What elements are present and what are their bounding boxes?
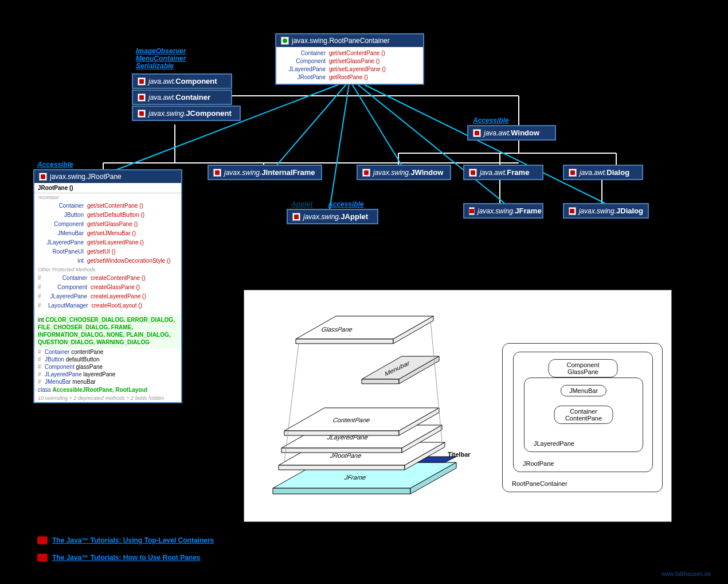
class-icon <box>569 169 577 177</box>
svg-line-15 <box>330 80 350 209</box>
nested-jlayeredpane: JLayeredPane JMenuBar Container ContentP… <box>524 377 643 452</box>
nested-jrootpane: JRootPane Component GlassPane JLayeredPa… <box>513 352 653 472</box>
label-glasspane: GlassPane <box>321 326 353 333</box>
class-dialog: java.awt.Dialog <box>563 165 643 180</box>
stereotype-component-interfaces: ImageObserver MenuContainer Serializable <box>136 48 186 71</box>
interface-icon <box>281 37 289 45</box>
stereotype-accessible-japplet: Accessible <box>328 200 364 208</box>
class-jinternalframe: javax.swing.JInternalFrame <box>208 165 322 180</box>
pkg-label: javax.swing. <box>292 37 329 45</box>
class-jwindow: javax.swing.JWindow <box>357 165 451 180</box>
class-icon <box>469 207 475 215</box>
class-jcomponent: javax.swing.JComponent <box>132 106 241 121</box>
interface-rootpanecontainer: javax.swing.RootPaneContainer Containerg… <box>275 33 424 85</box>
class-icon <box>138 94 146 102</box>
svg-line-16 <box>350 80 401 165</box>
class-icon <box>569 207 576 215</box>
nested-rootpanecontainer: RootPaneContainer JRootPane Component Gl… <box>502 343 663 492</box>
class-container: java.awt.Container <box>132 89 232 105</box>
svg-marker-33 <box>362 379 399 384</box>
svg-line-18 <box>355 80 605 203</box>
interface-body: Containerget/setContentPane () Component… <box>276 47 423 84</box>
illustration-panel: GlassPane Menubar ContentPane JLayeredPa… <box>244 290 672 522</box>
bullet-icon <box>37 536 48 544</box>
class-jrootpane-detail: javax.swing.JRootPane JRootPane () Acces… <box>33 169 182 403</box>
3d-illustration <box>250 293 502 517</box>
label-jframe: JFrame <box>344 474 367 481</box>
summary: 10 overriding + 2 deprecated methods + 2… <box>34 394 181 402</box>
class-name: RootPaneContainer <box>329 37 389 45</box>
stereotype-accessible-jrootpane: Accessible <box>37 161 73 169</box>
svg-marker-20 <box>273 488 410 494</box>
nested-glasspane: Component GlassPane <box>549 359 618 377</box>
class-japplet: javax.swing.JApplet <box>287 209 378 224</box>
svg-marker-24 <box>279 465 405 470</box>
class-icon <box>362 169 370 177</box>
class-component: java.awt.Component <box>132 73 232 89</box>
class-icon <box>138 110 146 118</box>
tutorial-link-2[interactable]: The Java™ Tutorials: How to Use Root Pan… <box>37 554 201 562</box>
stereotype-applet: Applet <box>291 200 312 208</box>
label-jlayeredpane: JLayeredPane <box>327 434 369 441</box>
svg-line-39 <box>430 321 442 441</box>
svg-line-17 <box>353 80 504 203</box>
class-icon <box>213 169 221 177</box>
label-jrootpane: JRootPane <box>330 452 362 459</box>
footer-credit[interactable]: www.falkhausen.de <box>662 571 711 577</box>
class-jframe: javax.swing.JFrame <box>463 203 543 219</box>
class-icon <box>138 77 146 85</box>
nested-contentpane: Container ContentPane <box>554 406 613 424</box>
class-frame: java.awt.Frame <box>463 165 543 180</box>
interface-header: javax.swing.RootPaneContainer <box>276 34 423 47</box>
section-other: Other Protected Methods <box>34 266 181 274</box>
class-window: java.awt.Window <box>467 125 556 141</box>
svg-line-14 <box>272 80 350 170</box>
stereotype-accessible-window: Accessible <box>473 116 509 124</box>
section-accessor: Accessor <box>34 193 181 201</box>
nested-jmenubar: JMenuBar <box>561 385 606 396</box>
svg-marker-36 <box>296 339 393 344</box>
tutorial-link-1[interactable]: The Java™ Tutorials: Using Top-Level Con… <box>37 536 214 544</box>
constructor: JRootPane () <box>34 183 181 193</box>
class-icon <box>292 213 300 221</box>
label-contentpane: ContentPane <box>332 416 371 423</box>
constants: int COLOR_CHOOSER_DIALOG, ERROR_DIALOG, … <box>34 314 181 348</box>
class-icon <box>473 129 481 137</box>
class-icon <box>39 173 47 181</box>
class-icon <box>469 169 477 177</box>
bullet-icon <box>37 554 48 562</box>
label-titelbar: Titelbar <box>448 451 471 458</box>
class-jdialog: javax.swing.JDialog <box>563 203 649 219</box>
